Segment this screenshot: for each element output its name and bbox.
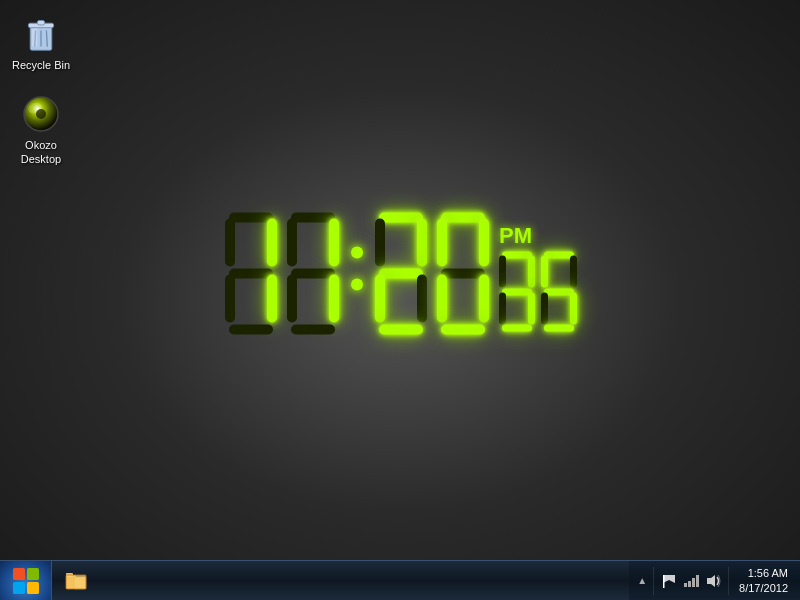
system-tray: ▲: [629, 561, 800, 601]
minutes-digits: [371, 209, 493, 339]
tray-separator-2: [728, 567, 729, 595]
colon-separator: [347, 209, 367, 339]
svg-rect-12: [13, 582, 25, 594]
svg-rect-20: [663, 575, 665, 588]
svg-point-9: [36, 109, 46, 119]
colon-bottom-dot: [351, 279, 363, 291]
minute-ones: [433, 209, 493, 339]
svg-rect-23: [692, 578, 695, 587]
svg-rect-2: [37, 21, 44, 26]
second-ones: [539, 249, 579, 335]
clock-display: PM: [221, 209, 579, 339]
hours-digits: [221, 209, 343, 339]
svg-rect-21: [684, 583, 687, 587]
recycle-bin-image: [21, 14, 61, 54]
okozo-label: Okozo Desktop: [9, 138, 73, 167]
tray-expand-arrow[interactable]: ▲: [637, 575, 647, 586]
hour-tens: [221, 209, 281, 339]
recycle-bin-label: Recycle Bin: [12, 58, 70, 72]
second-tens: [497, 249, 537, 335]
taskbar-quick-launch: [52, 563, 629, 599]
svg-rect-22: [688, 581, 691, 587]
clock-time: PM: [221, 209, 579, 339]
svg-rect-11: [27, 568, 39, 580]
svg-marker-25: [707, 575, 715, 587]
minute-tens: [371, 209, 431, 339]
taskbar-time: 1:56 AM: [748, 566, 788, 580]
svg-rect-10: [13, 568, 25, 580]
network-icon[interactable]: [682, 572, 700, 590]
colon-top-dot: [351, 247, 363, 259]
taskbar-clock[interactable]: 1:56 AM 8/17/2012: [735, 566, 792, 595]
volume-icon[interactable]: [704, 572, 722, 590]
recycle-bin-icon[interactable]: Recycle Bin: [5, 10, 77, 76]
svg-line-5: [46, 30, 47, 46]
taskbar-date: 8/17/2012: [739, 581, 788, 595]
ampm-label: PM: [499, 223, 532, 249]
svg-rect-24: [696, 575, 699, 587]
seconds-digits: [497, 249, 579, 335]
ampm-seconds: PM: [497, 215, 579, 335]
file-explorer-taskbar[interactable]: [56, 563, 96, 599]
action-center-icon[interactable]: [660, 572, 678, 590]
okozo-desktop-icon[interactable]: Okozo Desktop: [5, 90, 77, 171]
okozo-image: [21, 94, 61, 134]
tray-separator-1: [653, 567, 654, 595]
hour-ones: [283, 209, 343, 339]
svg-rect-17: [66, 575, 86, 589]
svg-marker-19: [663, 575, 675, 583]
start-button[interactable]: [0, 561, 52, 601]
taskbar: ▲: [0, 560, 800, 600]
desktop: Recycle Bin Okozo Desktop: [0, 0, 800, 560]
svg-rect-13: [27, 582, 39, 594]
svg-rect-6: [32, 29, 37, 47]
